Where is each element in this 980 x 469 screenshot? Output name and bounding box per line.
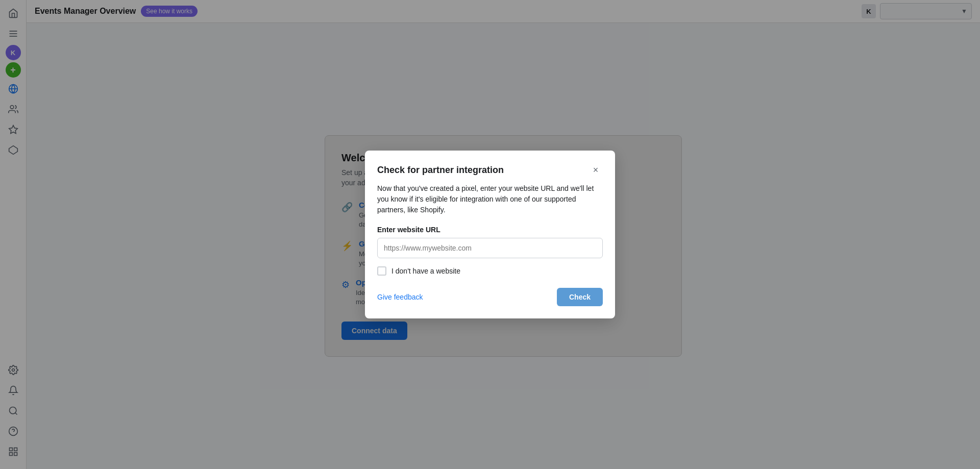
modal-title: Check for partner integration — [377, 165, 504, 176]
check-partner-modal: Check for partner integration × Now that… — [365, 151, 615, 318]
no-website-label: I don't have a website — [391, 267, 460, 275]
check-button[interactable]: Check — [557, 288, 603, 306]
modal-close-button[interactable]: × — [589, 163, 603, 177]
modal-footer: Give feedback Check — [377, 288, 603, 306]
content-area: Welcome to Events Manager Set up and man… — [27, 23, 980, 469]
modal-description: Now that you've created a pixel, enter y… — [377, 183, 603, 215]
no-website-row: I don't have a website — [377, 266, 603, 276]
url-field-label: Enter website URL — [377, 226, 603, 234]
modal-header: Check for partner integration × — [377, 163, 603, 177]
main-area: Events Manager Overview See how it works… — [27, 0, 980, 469]
modal-overlay: Check for partner integration × Now that… — [0, 0, 980, 469]
website-url-input[interactable] — [377, 238, 603, 258]
give-feedback-link[interactable]: Give feedback — [377, 293, 423, 301]
no-website-checkbox[interactable] — [377, 266, 386, 276]
